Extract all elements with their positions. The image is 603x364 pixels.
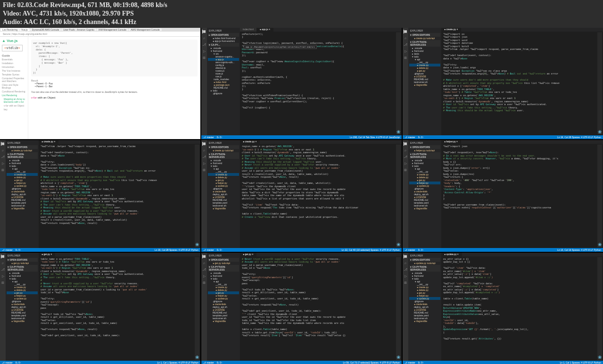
files-icon[interactable]: ▦ [202, 255, 206, 258]
project-root[interactable]: ▾ CA-PYTHON-SERVERLESS [409, 265, 440, 272]
open-file[interactable]: ● create.py todo/api [7, 149, 38, 152]
open-editors[interactable]: ▾ OPEN EDITORS [7, 258, 38, 262]
debug-icon[interactable]: ▷ [404, 274, 407, 278]
browser-tab[interactable]: DynamoDB AWS Console [30, 28, 61, 31]
sidebar-item[interactable]: Installation [2, 62, 26, 65]
status-right[interactable]: Ln 1, Col 1 Spaces: 4 UTF-8 LF Python [560, 361, 601, 364]
git-icon[interactable]: ⎇ [404, 268, 407, 272]
tree-file[interactable]: ● Vagrantfile [208, 320, 239, 323]
search-icon[interactable]: ⌕ [202, 261, 206, 265]
files-icon[interactable]: ▦ [404, 255, 407, 258]
editor-tab[interactable]: ● helper.py × [441, 140, 461, 144]
sidebar-item[interactable]: The Vue Instance [2, 69, 26, 72]
open-editors[interactable]: ▸ OPEN EDITORS [208, 33, 239, 37]
debug-icon[interactable]: ▷ [404, 50, 407, 53]
git-branch[interactable]: ⎇ master [405, 136, 415, 139]
extensions-icon[interactable]: ⊞ [404, 281, 407, 285]
debug-icon[interactable]: ▷ [404, 162, 407, 165]
open-editors[interactable]: ▾ OPEN EDITORS [409, 145, 440, 149]
git-branch[interactable]: ⎇ master [405, 361, 415, 364]
open-file[interactable]: ● get.py todo/api [7, 262, 38, 265]
code-editor[interactable]: region_name = os.getenv('AWS_REGION', 'u… [240, 144, 402, 248]
editor-tab[interactable]: ● get.py × [240, 253, 256, 256]
minimap[interactable] [395, 144, 402, 248]
git-branch[interactable]: ⎇ master [203, 136, 214, 139]
search-icon[interactable]: ⌕ [404, 36, 407, 40]
open-editors[interactable]: ▾ OPEN EDITORS [208, 258, 239, 262]
extensions-icon[interactable]: ⊞ [404, 56, 407, 60]
open-editors[interactable]: ▾ OPEN EDITORS [409, 33, 440, 37]
open-file[interactable]: ● index.html front-end [208, 37, 239, 40]
project-root[interactable]: ▾ CA-PYTHON-SERVERLESS [409, 152, 440, 159]
git-sync[interactable]: 0↓ 0↑ [418, 361, 424, 364]
project-root[interactable]: ▾ CA-PY... [208, 43, 239, 47]
editor-tab[interactable]: ● update.py × [441, 253, 462, 256]
open-editors[interactable]: ▾ OPEN EDITORS [208, 145, 239, 149]
open-file[interactable]: ● create.py todo/api [208, 149, 239, 152]
git-icon[interactable]: ⎇ [1, 155, 5, 159]
sidebar-item[interactable]: Class and Style Bindings [2, 83, 26, 89]
git-sync[interactable]: 0↓ 0↑ [16, 248, 21, 251]
open-editors[interactable]: ▾ OPEN EDITORS [7, 145, 38, 149]
status-right[interactable]: Ln 22, Col 40 (10 selected) Spaces: 4 UT… [342, 248, 400, 251]
extensions-icon[interactable]: ⊞ [202, 168, 206, 172]
extensions-icon[interactable]: ⊞ [1, 168, 5, 172]
tree-file[interactable]: ● Vagrantfile [409, 320, 440, 323]
sidebar-subitem[interactable]: v-for with an Object [2, 104, 26, 107]
code-editor[interactable]: onFailure(err);} "kw2">function login(em… [240, 32, 402, 136]
search-icon[interactable]: ⌕ [404, 149, 407, 152]
git-sync[interactable]: 0↓ 0↑ [217, 136, 223, 139]
project-root[interactable]: ▾ CA-PYTHON-SERVERLESS [7, 152, 38, 159]
git-branch[interactable]: ⎇ master [2, 361, 13, 364]
status-right[interactable]: Ln 13, Col 16 Spaces: 4 UTF-8 LF Python [557, 248, 601, 251]
git-icon[interactable]: ⎇ [202, 155, 206, 159]
code-editor[interactable]: ex_attr_value = {} update_exp_lst = [] "… [441, 256, 603, 361]
debug-icon[interactable]: ▷ [1, 162, 5, 165]
project-root[interactable]: ▾ CA-PYTHON-SERVERLESS [208, 152, 239, 159]
extensions-icon[interactable]: ⊞ [202, 281, 206, 285]
editor-tab[interactable]: ● create.py × [39, 140, 58, 144]
debug-icon[interactable]: ▷ [202, 50, 206, 53]
git-icon[interactable]: ⎇ [404, 155, 407, 159]
status-right[interactable]: Ln 1, Col 1 Spaces: 4 UTF-8 LF Python [157, 361, 198, 364]
browser-tab[interactable]: IAM Management Console [97, 28, 128, 31]
minimap[interactable] [395, 256, 402, 361]
status-right[interactable]: Ln 19, Col 28 Spaces: 4 UTF-8 LF Python [155, 248, 198, 251]
sidebar-subitem[interactable]: key [2, 108, 26, 111]
git-icon[interactable]: ⎇ [202, 268, 206, 272]
project-root[interactable]: ▾ CA-PYTHON-SERVERLESS [409, 40, 440, 47]
open-file[interactable]: ● create.py todo/api [409, 37, 440, 40]
git-branch[interactable]: ⎇ master [2, 248, 13, 251]
minimap[interactable] [395, 32, 402, 136]
git-branch[interactable]: ⎇ master [203, 361, 214, 364]
debug-icon[interactable]: ▷ [202, 162, 206, 165]
sidebar-item[interactable]: Template Syntax [2, 73, 26, 76]
git-sync[interactable]: 0↓ 0↑ [16, 361, 21, 364]
git-sync[interactable]: 0↓ 0↑ [217, 361, 223, 364]
project-root[interactable]: ▾ CA-PYTHON-SERVERLESS [208, 265, 239, 272]
files-icon[interactable]: ▦ [202, 30, 206, 33]
sidebar-item[interactable]: Computed Properties and Watchers [2, 77, 26, 83]
code-editor[interactable]: "kw2">from .helper "kw2">import respond,… [39, 144, 200, 248]
code-editor[interactable]: "kw2">import os"kw2">import json"kw2">im… [441, 32, 603, 136]
files-icon[interactable]: ▦ [404, 142, 407, 146]
tree-file[interactable]: .gitignore [208, 92, 239, 95]
debug-icon[interactable]: ▷ [202, 274, 206, 278]
tree-file[interactable]: ● Vagrantfile [409, 207, 440, 210]
files-icon[interactable]: ▦ [1, 142, 5, 146]
browser-tab[interactable]: AWS Management Console [129, 28, 162, 31]
code-editor[interactable]: # Never trust a userID supplied by a use… [240, 256, 402, 361]
minimap[interactable] [596, 256, 603, 361]
minimap[interactable] [194, 256, 200, 361]
search-icon[interactable]: ⌕ [1, 149, 5, 152]
minimap[interactable] [596, 144, 603, 248]
search-icon[interactable]: ⌕ [202, 149, 206, 152]
extensions-icon[interactable]: ⊞ [404, 168, 407, 172]
git-branch[interactable]: ⎇ master [405, 248, 415, 251]
editor-tab[interactable]: ● get.py × [39, 253, 55, 256]
files-icon[interactable]: ▦ [1, 255, 5, 258]
git-sync[interactable]: 0↓ 0↑ [217, 248, 223, 251]
files-icon[interactable]: ▦ [202, 142, 206, 146]
editor-tab[interactable]: ● app.js × [257, 28, 273, 32]
git-icon[interactable]: ⎇ [202, 43, 206, 47]
